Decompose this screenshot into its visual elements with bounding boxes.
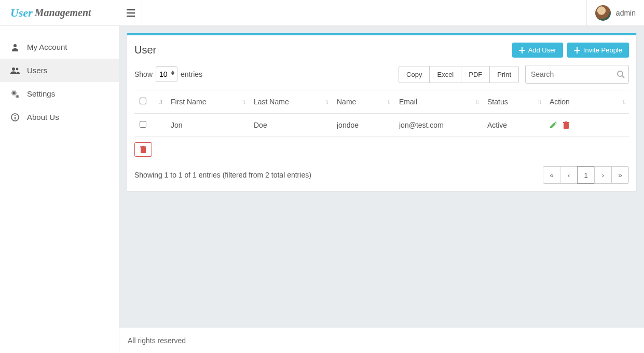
cell-last-name: Doe — [249, 114, 332, 137]
invite-people-label: Invite People — [583, 46, 622, 54]
print-button[interactable]: Print — [489, 66, 519, 83]
sidebar-item-label: Users — [27, 66, 47, 75]
cell-email: jon@test.com — [394, 114, 482, 137]
users-icon — [10, 67, 20, 74]
brand-part2: Management — [35, 7, 91, 19]
gears-icon — [10, 90, 20, 98]
page-next-button[interactable]: › — [594, 166, 612, 184]
bars-icon — [127, 9, 135, 17]
page-number-button[interactable]: 1 — [577, 166, 595, 184]
sort-icon[interactable]: ↑↓ — [537, 98, 540, 105]
svg-rect-0 — [127, 9, 135, 10]
brand-part1: User — [10, 6, 33, 20]
add-user-button[interactable]: Add User — [512, 43, 563, 58]
cell-status: Active — [482, 114, 544, 137]
info-icon — [10, 113, 20, 121]
username-label: admin — [616, 9, 636, 17]
col-first-name[interactable]: First Name — [171, 98, 206, 106]
sidebar-item-settings[interactable]: Settings — [0, 82, 119, 105]
sidebar-item-users[interactable]: Users — [0, 59, 119, 82]
user-icon — [10, 43, 20, 51]
trash-icon — [140, 146, 146, 153]
search-icon — [616, 70, 625, 78]
sort-icon[interactable]: ↑↓ — [475, 98, 478, 105]
show-label: Show — [134, 70, 153, 78]
svg-rect-20 — [141, 147, 146, 153]
sidebar-item-label: My Account — [27, 43, 67, 51]
plus-icon — [574, 47, 580, 53]
svg-rect-14 — [574, 50, 580, 51]
sidebar-item-label: Settings — [27, 89, 55, 98]
svg-point-3 — [13, 44, 17, 47]
entries-label: entries — [181, 70, 202, 78]
trash-icon — [563, 121, 569, 129]
user-menu[interactable]: admin — [586, 0, 644, 26]
svg-rect-10 — [15, 115, 16, 116]
svg-point-4 — [12, 67, 15, 71]
pencil-icon — [550, 121, 557, 129]
table-row: Jon Doe jondoe jon@test.com Active — [134, 114, 629, 137]
sidebar: My Account Users Settings About Us — [0, 26, 119, 353]
row-checkbox[interactable] — [140, 121, 146, 128]
bulk-delete-button[interactable] — [134, 142, 152, 157]
sort-icon[interactable]: ↑↓ — [324, 98, 327, 105]
col-last-name[interactable]: Last Name — [254, 98, 289, 106]
svg-rect-2 — [127, 16, 135, 17]
page-first-button[interactable]: « — [543, 166, 560, 184]
plus-icon — [519, 47, 525, 53]
col-status[interactable]: Status — [487, 98, 508, 106]
add-user-label: Add User — [528, 46, 556, 54]
delete-button[interactable] — [563, 121, 569, 129]
export-buttons: Copy Excel PDF Print — [399, 66, 519, 83]
svg-point-15 — [618, 71, 623, 76]
select-all-checkbox[interactable] — [140, 98, 146, 104]
users-table: ↓↑ First Name↑↓ Last Name↑↓ Name↑↓ Email… — [134, 90, 629, 137]
svg-rect-19 — [565, 121, 567, 122]
excel-button[interactable]: Excel — [429, 66, 461, 83]
footer-text: All rights reserved — [128, 336, 186, 345]
main-content: User Add User Invite People Show — [119, 26, 644, 327]
sort-icon[interactable]: ↑↓ — [241, 98, 244, 105]
svg-rect-12 — [519, 50, 525, 51]
svg-point-5 — [16, 67, 19, 70]
sort-icon[interactable]: ↑↓ — [387, 98, 390, 105]
svg-rect-1 — [127, 12, 135, 13]
svg-rect-17 — [564, 123, 569, 129]
edit-button[interactable] — [550, 121, 557, 129]
col-email[interactable]: Email — [399, 98, 417, 106]
search-input[interactable] — [525, 65, 629, 84]
sidebar-item-my-account[interactable]: My Account — [0, 35, 119, 59]
copy-button[interactable]: Copy — [399, 66, 430, 83]
svg-line-16 — [622, 76, 624, 78]
cell-first-name: Jon — [166, 114, 249, 137]
sidebar-toggle-button[interactable] — [119, 0, 142, 26]
length-control: Show 10 entries — [134, 66, 202, 82]
svg-rect-22 — [142, 146, 144, 146]
footer: All rights reserved — [119, 327, 644, 353]
brand-logo[interactable]: User Management — [0, 0, 119, 26]
svg-rect-18 — [563, 122, 569, 123]
sort-icon[interactable]: ↑↓ — [622, 98, 625, 105]
invite-people-button[interactable]: Invite People — [567, 43, 629, 58]
table-info: Showing 1 to 1 of 1 entries (filtered fr… — [134, 171, 311, 179]
page-title: User — [134, 44, 156, 56]
col-action: Action — [550, 98, 570, 106]
svg-rect-21 — [140, 146, 146, 147]
svg-rect-9 — [15, 117, 16, 119]
pagination: « ‹ 1 › » — [543, 166, 629, 184]
avatar — [595, 5, 611, 21]
sort-icon[interactable]: ↓↑ — [158, 98, 161, 105]
page-prev-button[interactable]: ‹ — [560, 166, 578, 184]
length-select[interactable]: 10 — [156, 66, 177, 82]
sidebar-item-about-us[interactable]: About Us — [0, 105, 119, 129]
col-name[interactable]: Name — [337, 98, 356, 106]
cell-name: jondoe — [332, 114, 394, 137]
pdf-button[interactable]: PDF — [461, 66, 490, 83]
page-last-button[interactable]: » — [611, 166, 629, 184]
user-panel: User Add User Invite People Show — [127, 33, 637, 192]
topbar: admin — [119, 0, 644, 26]
sidebar-item-label: About Us — [27, 113, 59, 121]
